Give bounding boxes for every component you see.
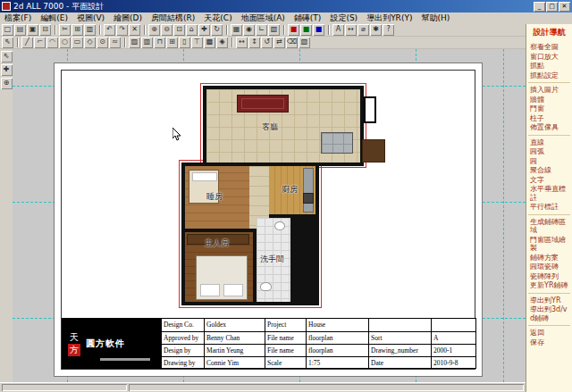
dimension-horizontal-icon[interactable]: ↔ (236, 37, 248, 48)
menu-item[interactable]: 鋪磚(T) (290, 13, 326, 24)
cut-icon[interactable]: ✂ (59, 24, 71, 36)
layers-icon[interactable]: ▧ (268, 24, 280, 36)
nav-item[interactable]: 生成鋪磚區域 (528, 217, 570, 235)
circle-icon[interactable]: ○ (59, 37, 71, 48)
window-icon[interactable]: ⊞ (166, 37, 178, 48)
nav-item[interactable]: 水平垂直標註 (528, 184, 570, 202)
grid-icon[interactable]: ▦ (231, 24, 242, 36)
menu-item[interactable]: 天花(C) (199, 13, 236, 24)
redo-icon[interactable]: ↷ (116, 24, 128, 36)
spline-icon[interactable]: ≈ (109, 37, 121, 48)
menu-item[interactable]: 幫助(H) (416, 13, 454, 24)
snap-icon[interactable]: ◉ (243, 24, 255, 36)
toolbar-separator (55, 25, 56, 35)
maximize-button[interactable]: ▢ (546, 2, 558, 12)
minimize-button[interactable]: _ (534, 2, 545, 12)
door-icon[interactable]: ⊓ (154, 37, 165, 48)
nav-item[interactable]: 佈置傢具 (528, 122, 570, 132)
dimension-icon[interactable]: ↔ (345, 24, 357, 36)
hand-pan-icon[interactable]: ✚ (1, 64, 13, 76)
nav-item[interactable]: 更新YR鋪磚 (528, 280, 570, 290)
menu-item[interactable]: 繪圖(D) (109, 13, 147, 24)
menu-item[interactable]: 房間結構(R) (147, 13, 199, 24)
text-icon[interactable]: A (332, 24, 344, 36)
dimension-vertical-icon[interactable]: ↕ (248, 37, 260, 48)
menu-item[interactable]: 導出到YR(Y) (362, 13, 416, 24)
erase-icon[interactable]: ⌫ (286, 37, 298, 48)
settings-icon[interactable]: ✱ (370, 24, 382, 36)
hatch-icon[interactable]: ▨ (129, 37, 140, 48)
zoom-out-icon[interactable]: ⊖ (161, 24, 172, 36)
print-icon[interactable]: ⊟ (39, 24, 51, 36)
rotate-icon[interactable]: ↺ (261, 37, 273, 48)
pan-icon[interactable]: ✚ (198, 24, 210, 36)
nav-item[interactable]: 導出到3d/vd鋪磚 (528, 304, 570, 322)
app-icon (2, 2, 11, 11)
arc-icon[interactable]: ◠ (46, 37, 58, 48)
copy-icon[interactable]: ⊞ (72, 24, 83, 36)
measure-icon[interactable]: ⌀ (358, 24, 369, 36)
save-file-icon[interactable]: ▣ (27, 24, 38, 36)
nav-item[interactable]: 保存 (528, 338, 570, 347)
nav-item[interactable]: 圓弧 (528, 146, 570, 156)
nav-item[interactable]: 平行標註 (528, 202, 570, 212)
ellipse-icon[interactable]: ⊙ (97, 37, 108, 48)
open-file-icon[interactable]: ▤ (14, 24, 26, 36)
pointer-icon[interactable]: ⇖ (1, 51, 13, 63)
zoom-window-icon[interactable]: ⊡ (173, 24, 185, 36)
menu-item[interactable]: 地面區域(A) (237, 13, 290, 24)
nav-item[interactable]: 直線 (528, 138, 570, 147)
close-button[interactable]: ✕ (559, 2, 570, 12)
logo-char-bottom: 方 (68, 344, 80, 356)
tile-icon[interactable]: ▩ (204, 37, 215, 48)
rectangle-icon[interactable]: ▭ (72, 37, 83, 48)
nav-item[interactable]: 導出到YR (528, 296, 570, 305)
polygon-icon[interactable]: ◇ (84, 37, 96, 48)
zoom-in-icon[interactable]: ⊕ (148, 24, 160, 36)
help-icon[interactable]: ? (383, 24, 394, 36)
nav-item[interactable]: 返回 (528, 328, 570, 338)
magnifier-icon[interactable]: ⊕ (1, 78, 13, 89)
nav-item[interactable]: 文字 (528, 175, 570, 185)
nav-item[interactable]: 抓點 (528, 61, 570, 71)
new-file-icon[interactable]: □ (2, 24, 13, 36)
undo-icon[interactable]: ↶ (104, 24, 115, 36)
region-icon[interactable]: ◈ (216, 37, 228, 48)
menu-item[interactable]: 視圖(V) (72, 13, 109, 24)
title-block-value: 2000-1 (431, 344, 475, 356)
nav-item[interactable]: 圓 (528, 156, 570, 166)
color-blue-icon[interactable]: ■ (313, 24, 324, 36)
drawing-canvas[interactable]: 客廳 睡房 廚房 主人房 洗手間 天 方 圓方軟件 Design Co.Gold… (13, 49, 526, 382)
nav-item[interactable]: 圓環瓷磚 (528, 262, 570, 271)
nav-item[interactable]: 牆體 (528, 95, 570, 104)
line-icon[interactable]: ╱ (21, 37, 33, 48)
select-icon[interactable]: ⇖ (2, 37, 13, 48)
nav-item[interactable]: 門窗 (528, 104, 570, 113)
nav-item[interactable]: 窗口放大 (528, 52, 570, 62)
mirror-icon[interactable]: ⇄ (273, 37, 285, 48)
nav-item[interactable]: 柱子 (528, 113, 570, 123)
color-green-icon[interactable]: ■ (300, 24, 312, 36)
delete-icon[interactable]: ✕ (129, 24, 140, 36)
nav-item[interactable]: 鋪磚方案 (528, 253, 570, 263)
nav-item[interactable]: 插入圖片 (528, 85, 570, 95)
nav-item[interactable]: 抓點設定 (528, 71, 570, 80)
nav-item[interactable]: 察看全圖 (528, 42, 570, 52)
color-red-icon[interactable]: ■ (288, 24, 299, 36)
title-bar[interactable]: 2d ALL 7000 - 平面設計 _ ▢ ✕ (0, 0, 572, 13)
nav-item[interactable]: 門窗區域繪製 (528, 235, 570, 253)
zoom-extents-icon[interactable]: ⌂ (186, 24, 198, 36)
nav-item[interactable]: 聚合線 (528, 165, 570, 175)
menu-item[interactable]: 設定(S) (325, 13, 362, 24)
image-icon[interactable]: ▧ (299, 37, 310, 48)
wall-icon[interactable]: ▥ (141, 37, 153, 48)
nav-item[interactable]: 瓷磚陣列 (528, 271, 570, 281)
polyline-icon[interactable]: ⌐ (34, 37, 46, 48)
paste-icon[interactable]: ▥ (84, 24, 96, 36)
furniture-icon[interactable]: ⊤ (191, 37, 203, 48)
refresh-icon[interactable]: ↻ (211, 24, 223, 36)
menu-item[interactable]: 編輯(E) (36, 13, 72, 24)
ortho-icon[interactable]: ∟ (256, 24, 267, 36)
menu-item[interactable]: 檔案(F) (0, 13, 36, 24)
column-icon[interactable]: ▯ (179, 37, 190, 48)
